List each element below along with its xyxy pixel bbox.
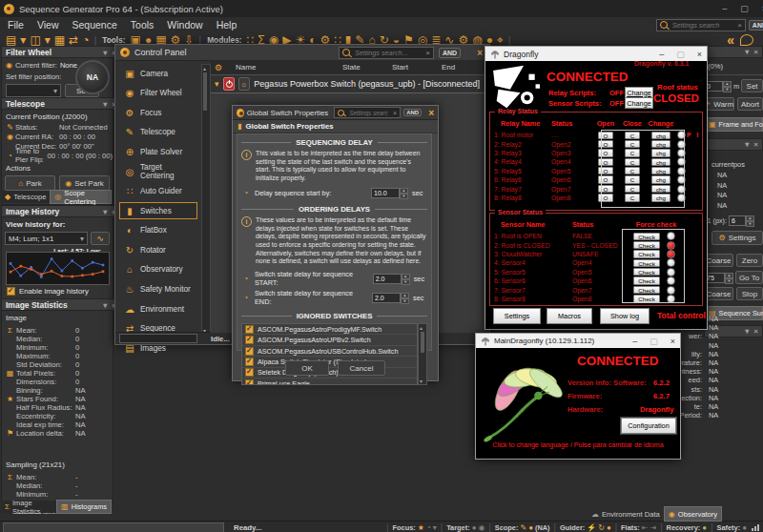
chevron-down-icon[interactable]	[745, 48, 749, 56]
checkbox-checked-icon[interactable]	[245, 325, 254, 334]
minimize-button[interactable]	[632, 337, 637, 346]
dragonfly-titlebar[interactable]: Dragonfly	[485, 47, 707, 61]
control-panel-titlebar[interactable]: Control Panel AND	[115, 45, 489, 61]
chevron-down-icon[interactable]	[103, 208, 107, 216]
close-panel-icon[interactable]	[753, 140, 758, 149]
switch-device-row[interactable]: ☼ Pegasus Powerbox Switch (pegasus_upb) …	[211, 75, 487, 93]
spinner[interactable]	[725, 273, 733, 283]
dialog-search-input[interactable]	[347, 109, 390, 117]
tab-scope-centering[interactable]: ◎ Scope Centering	[50, 190, 112, 204]
menu-sequence[interactable]: Sequence	[72, 19, 117, 31]
tab-image-statistics[interactable]: Σ Image Statistics	[1, 501, 56, 513]
cp-and-toggle[interactable]: AND	[439, 48, 461, 58]
filter-position-select[interactable]	[6, 84, 61, 97]
close-button[interactable]	[697, 50, 702, 59]
spinner[interactable]	[723, 81, 732, 92]
ignored-switch-row[interactable]: ASCOM.PegasusAstroUPBv2.Switch	[242, 335, 417, 345]
tab-filter-wheel[interactable]: ◉Filter Wheel	[119, 85, 197, 102]
tab-histograms[interactable]: ▥ Histograms	[56, 500, 112, 514]
camera-panel-header[interactable]	[704, 46, 763, 58]
and-toggle[interactable]: AND	[749, 20, 763, 31]
history-select[interactable]: M4; Lum; 1x1	[5, 232, 88, 245]
chevron-down-icon[interactable]	[103, 301, 107, 310]
menu-help[interactable]: Help	[217, 19, 237, 31]
tab-environment[interactable]: ☁Environment	[119, 300, 197, 317]
main-dragonfly-titlebar[interactable]: MainDragonfly (10.129.1.112)	[476, 334, 680, 348]
menu-window[interactable]: Window	[167, 19, 202, 31]
tab-plate-solver[interactable]: ⊕Plate Solver	[119, 143, 197, 160]
chevron-down-icon[interactable]	[103, 49, 107, 57]
clear-search-icon[interactable]	[425, 49, 430, 57]
enable-history-checkbox[interactable]	[7, 287, 15, 296]
goto-button[interactable]: Go To	[735, 271, 763, 284]
tab-frame-and-focus[interactable]: ▣ Frame and Focus	[704, 117, 763, 132]
spinner[interactable]	[746, 215, 754, 226]
menu-file[interactable]: File	[8, 19, 24, 31]
delay-start-input[interactable]	[371, 188, 400, 198]
spinner[interactable]	[401, 293, 409, 303]
shuffle-icon[interactable]: ⇄	[69, 33, 78, 47]
new-sequence-icon[interactable]: ▤	[6, 33, 16, 47]
start-delay-input[interactable]	[373, 274, 402, 284]
open-sequence-icon[interactable]: ◫	[30, 33, 40, 47]
checkbox-checked-icon[interactable]	[245, 347, 254, 356]
timer-icon[interactable]: ◔	[82, 33, 89, 47]
configuration-button[interactable]: Configuration	[621, 418, 676, 434]
device-properties-button[interactable]: ☼	[238, 77, 251, 91]
menu-tools[interactable]: Tools	[131, 19, 155, 31]
spinner[interactable]	[402, 274, 410, 284]
tab-observatory[interactable]: ◉ Observatory	[664, 506, 722, 522]
focus-panel-header[interactable]	[704, 138, 763, 151]
dialog-titlebar[interactable]: Global Switch Properties AND	[233, 106, 438, 120]
tab-focus[interactable]: ⚙Focus	[119, 104, 197, 121]
end-delay-input[interactable]	[372, 293, 401, 303]
chevron-down-icon[interactable]	[745, 140, 749, 149]
close-panel-icon[interactable]	[753, 48, 758, 56]
checkbox-checked-icon[interactable]	[245, 379, 254, 385]
cp-close-icon[interactable]	[477, 48, 483, 58]
cp-tabs-scrollbar[interactable]	[201, 64, 211, 335]
menu-view[interactable]: View	[37, 19, 59, 31]
save-sequence-icon[interactable]: ▦	[54, 33, 65, 47]
ignored-switch-row[interactable]: ASCOM.PegasusAstroProdigyMF.Switch	[242, 324, 417, 335]
history-chart-button[interactable]: ∿	[91, 232, 110, 245]
crosshair-icon[interactable]: ⌖	[497, 33, 504, 47]
dialog-close-icon[interactable]	[428, 108, 434, 118]
px-input[interactable]	[729, 215, 746, 226]
tab-flatbox[interactable]: ◐FlatBox	[119, 222, 197, 239]
maximize-button[interactable]	[650, 337, 658, 346]
settings-search-input[interactable]	[670, 20, 734, 31]
focus-settings-button[interactable]: ⚙ Settings	[711, 231, 763, 245]
chevron-down-icon[interactable]: ▾	[45, 33, 51, 47]
clear-search-icon[interactable]	[393, 110, 397, 116]
warm-button[interactable]: ☀ Warm	[704, 97, 734, 111]
tab-environment-data[interactable]: ☁ Environment Data	[588, 507, 664, 521]
power-toggle-button[interactable]	[223, 77, 235, 91]
tab-target-centering[interactable]: ◎Target Centering	[119, 163, 197, 180]
minimize-button[interactable]	[659, 50, 664, 59]
abort-button[interactable]: Abort	[737, 97, 763, 111]
dragonfly-macros-button[interactable]: Macros	[546, 308, 592, 324]
coarse-out-button[interactable]: Coarse	[704, 287, 733, 300]
ignored-switch-row[interactable]: PrimaLuce Eagle	[242, 379, 417, 385]
dragonfly-showlog-button[interactable]: Show log	[600, 308, 650, 324]
dialog-and-toggle[interactable]: AND	[403, 109, 422, 116]
tab-switches[interactable]: ▮Switches	[119, 202, 197, 219]
tab-camera[interactable]: ▣Camera	[119, 65, 197, 82]
tab-rotator[interactable]: ↻Rotator	[119, 241, 197, 258]
minimize-button[interactable]	[722, 4, 727, 13]
clear-search-icon[interactable]	[737, 21, 742, 30]
checkbox-checked-icon[interactable]	[245, 336, 254, 344]
tab-telescope[interactable]: ✎Telescope	[119, 124, 197, 141]
sensor-scripts-change-button[interactable]: Change	[625, 97, 653, 109]
cancel-button[interactable]: Cancel	[338, 360, 385, 376]
ignored-list-scrollbar[interactable]	[418, 323, 427, 385]
maximize-button[interactable]	[676, 50, 685, 59]
tab-observatory[interactable]: ⌂Observatory	[119, 261, 197, 278]
ignored-switch-row[interactable]: ASCOM.PegasusAstroUSBControlHub.Switch	[242, 346, 417, 357]
zero-button[interactable]: Zero	[736, 254, 763, 267]
set-temp-button[interactable]: Set	[741, 79, 763, 92]
dragonfly-settings-button[interactable]: Settings	[493, 308, 541, 324]
spinner[interactable]	[400, 188, 408, 198]
tab-auto-guider[interactable]: ∷Auto Guider	[119, 182, 197, 199]
